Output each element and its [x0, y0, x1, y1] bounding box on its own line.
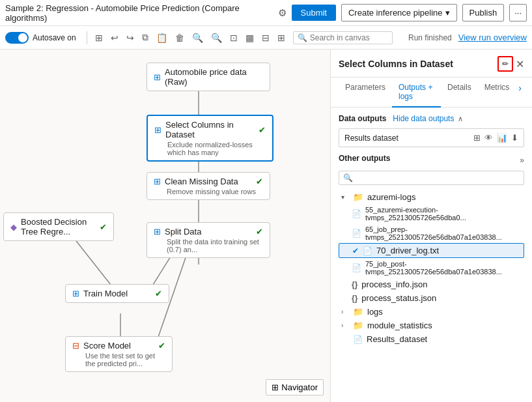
node-select-cols[interactable]: ⊞ Select Columns in Dataset ✔ Exclude no…: [147, 115, 273, 162]
folder-label-azuremi: azuremi-logs: [367, 192, 415, 202]
fit-icon[interactable]: ⊡: [227, 31, 240, 44]
file-65[interactable]: 📄 65_job_prep-tvmps_25213005726e56dba07a…: [339, 223, 524, 243]
submit-button[interactable]: Submit: [292, 5, 336, 21]
gear-icon[interactable]: ⚙: [278, 7, 287, 19]
folder-logs[interactable]: › 📁 logs: [339, 305, 524, 319]
outputs-search-input[interactable]: [356, 173, 520, 182]
node-train-model[interactable]: ⊞ Train Model ✔: [65, 284, 169, 303]
node-icon-train: ⊞: [72, 289, 79, 298]
file-75[interactable]: 📄 75_job_post-tvmps_25213005726e56dba07a…: [339, 258, 524, 278]
node-label-auto-price: Automobile price data (Raw): [165, 67, 263, 87]
file-process-status[interactable]: {} process_status.json: [339, 291, 524, 305]
hide-data-outputs-link[interactable]: Hide data outputs: [393, 114, 454, 123]
page-title: Sample 2: Regression - Automobile Price …: [5, 3, 270, 23]
file-label-70: 70_driver_log.txt: [376, 246, 439, 255]
results-dataset-label: Results dataset: [344, 134, 399, 143]
run-overview-link[interactable]: View run overview: [458, 33, 527, 42]
autosave-toggle[interactable]: Autosave on: [5, 32, 76, 44]
node-icon-boosted: ◆: [10, 222, 17, 232]
file-results-dataset[interactable]: 📄 Results_dataset: [339, 332, 524, 346]
more-tb-icon[interactable]: ⊞: [275, 31, 288, 44]
tabs-chevron-right[interactable]: ›: [516, 78, 524, 107]
eye-ds-icon[interactable]: 👁: [484, 133, 493, 143]
redo-icon[interactable]: ↪: [124, 31, 137, 44]
node-check-train: ✔: [155, 289, 162, 298]
zoom-in-icon[interactable]: 🔍: [189, 31, 206, 44]
json-icon-process-status: {}: [352, 294, 357, 303]
top-bar: Sample 2: Regression - Automobile Price …: [0, 0, 532, 26]
panel-tabs: Parameters Outputs + logs Details Metric…: [331, 78, 532, 108]
node-split-data[interactable]: ⊞ Split Data ✔ Split the data into train…: [147, 222, 270, 258]
paste-icon[interactable]: 📋: [154, 31, 170, 44]
node-label-boosted: Boosted Decision Tree Regre...: [21, 217, 96, 237]
file-tree: ▾ 📁 azuremi-logs 📄 55_azuremi-execution-…: [339, 190, 524, 346]
node-label-score: Score Model: [83, 341, 131, 351]
node-check-select-cols: ✔: [259, 125, 266, 135]
folder-label-logs: logs: [367, 307, 383, 317]
canvas[interactable]: ⊞ Automobile price data (Raw) ⊞ Select C…: [0, 50, 330, 402]
folder-azuremi-logs[interactable]: ▾ 📁 azuremi-logs: [339, 190, 524, 204]
tab-details[interactable]: Details: [441, 78, 478, 108]
inference-button[interactable]: Create inference pipeline ▾: [341, 4, 457, 22]
folder-icon-logs: 📁: [353, 307, 363, 317]
undo-icon[interactable]: ↩: [108, 31, 121, 44]
file-icon-65: 📄: [352, 229, 361, 238]
folder-icon-module: 📁: [353, 321, 363, 330]
panel-close-button[interactable]: ✕: [516, 58, 524, 70]
folder-icon-azuremi: 📁: [353, 192, 363, 202]
node-boosted-tree[interactable]: ◆ Boosted Decision Tree Regre... ✔: [3, 212, 114, 241]
panel-edit-button[interactable]: ✏: [497, 56, 513, 72]
panel-header: Select Columns in Dataset ✏ ✕: [331, 50, 532, 78]
download-ds-icon[interactable]: ⬇: [511, 133, 518, 143]
main-area: ⊞ Automobile price data (Raw) ⊞ Select C…: [0, 50, 532, 402]
other-outputs-section: Other outputs » 🔍 ▾ 📁 azuremi-logs: [339, 154, 524, 346]
panel-body: Data outputs Hide data outputs ∧ Results…: [331, 108, 532, 402]
node-auto-price[interactable]: ⊞ Automobile price data (Raw): [147, 63, 270, 91]
chart-ds-icon[interactable]: 📊: [497, 133, 507, 143]
autosave-toggle-switch[interactable]: [5, 32, 29, 44]
node-icon-select-cols: ⊞: [154, 125, 161, 135]
layout-icon[interactable]: ⊟: [259, 31, 272, 44]
file-label-75: 75_job_post-tvmps_25213005726e56dba07a1e…: [365, 260, 522, 276]
node-sub-split: Split the data into training set (0.7) a…: [154, 238, 263, 253]
tab-metrics[interactable]: Metrics: [478, 78, 516, 108]
file-icon-70: 📄: [363, 246, 372, 255]
node-icon-score: ⊟: [72, 341, 79, 351]
copy-icon[interactable]: ⧉: [139, 31, 151, 44]
node-sub-select-cols: Exclude normalized-losses which has many: [154, 141, 266, 156]
edit-icon: ✏: [502, 59, 509, 68]
outputs-search-box[interactable]: 🔍: [339, 171, 524, 185]
tab-outputs-logs[interactable]: Outputs + logs: [392, 78, 441, 108]
file-label-65: 65_job_prep-tvmps_25213005726e56dba07a1e…: [365, 225, 522, 241]
file-icon-55: 📄: [352, 209, 361, 218]
results-dataset-row[interactable]: Results dataset ⊞ 👁 📊 ⬇: [339, 128, 524, 147]
tab-parameters[interactable]: Parameters: [339, 78, 392, 108]
search-box[interactable]: 🔍: [293, 31, 393, 44]
zoom-out-icon[interactable]: 🔍: [208, 31, 225, 44]
search-icon-outputs: 🔍: [343, 173, 353, 182]
file-70-selected[interactable]: ✔ 📄 70_driver_log.txt: [339, 243, 524, 258]
file-process-info[interactable]: {} process_info.json: [339, 278, 524, 291]
side-panel: Select Columns in Dataset ✏ ✕ Parameters…: [330, 50, 532, 402]
node-icon-clean: ⊞: [154, 177, 161, 186]
publish-button[interactable]: Publish: [462, 4, 505, 22]
table-icon[interactable]: ▦: [243, 31, 257, 44]
chevron-down-icon: ▾: [445, 8, 450, 18]
grid-ds-icon[interactable]: ⊞: [473, 133, 481, 143]
navigator-button[interactable]: ⊞ Navigator: [266, 379, 324, 395]
node-score-model[interactable]: ⊟ Score Model ✔ Use the test set to get …: [65, 336, 173, 372]
file-55[interactable]: 📄 55_azuremi-execution-tvmps_25213005726…: [339, 204, 524, 223]
node-check-split: ✔: [256, 227, 263, 237]
file-label-55: 55_azuremi-execution-tvmps_25213005726e5…: [365, 206, 522, 222]
file-icon-results: 📄: [353, 335, 363, 344]
folder-label-module: module_statistics: [367, 321, 432, 330]
node-clean-missing[interactable]: ⊞ Clean Missing Data ✔ Remove missing va…: [147, 172, 270, 200]
search-input[interactable]: [310, 33, 388, 42]
file-label-results: Results_dataset: [367, 334, 427, 344]
folder-module-statistics[interactable]: › 📁 module_statistics: [339, 319, 524, 332]
collapse-toggle-icon[interactable]: »: [520, 156, 524, 165]
grid-icon[interactable]: ⊞: [92, 31, 105, 44]
node-label-train: Train Model: [83, 289, 128, 298]
more-button[interactable]: ···: [509, 4, 527, 22]
delete-icon[interactable]: 🗑: [173, 31, 187, 44]
